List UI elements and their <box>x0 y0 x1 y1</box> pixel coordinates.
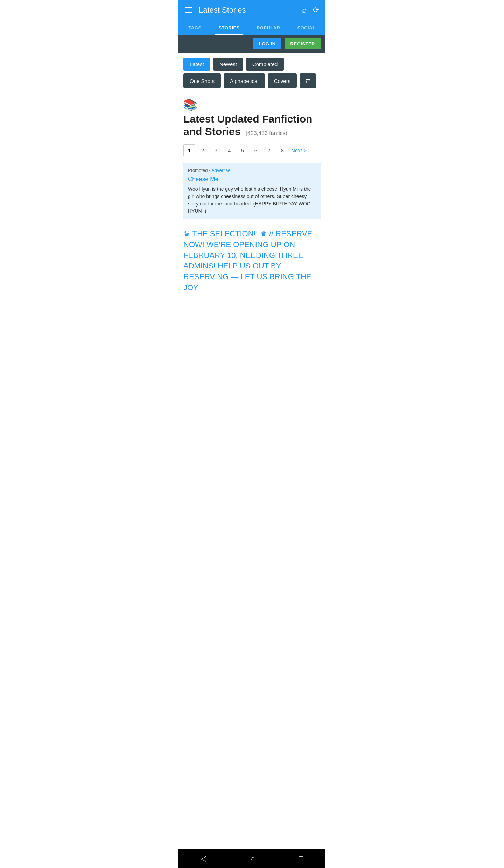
nav-tabs: TAGS STORIES POPULAR SOCIAL <box>178 20 326 35</box>
filter-alphabetical[interactable]: Alphabetical <box>224 74 265 88</box>
filter-shuffle[interactable]: ⇄ <box>300 74 316 88</box>
menu-icon[interactable] <box>185 7 192 13</box>
filter-section: Latest Newest Completed One Shots Alphab… <box>178 53 326 90</box>
login-button[interactable]: LOG IN <box>253 38 281 49</box>
heading-count: (423,433 fanfics) <box>246 130 287 136</box>
heading-title: Latest Updated Fanfiction and Stories (4… <box>183 113 321 138</box>
filter-completed[interactable]: Completed <box>246 58 284 71</box>
tab-stories[interactable]: STORIES <box>215 20 243 35</box>
page-8[interactable]: 8 <box>276 144 288 156</box>
tab-tags[interactable]: TAGS <box>185 20 205 35</box>
page-heading: 📚 Latest Updated Fanfiction and Stories … <box>178 90 326 141</box>
promoted-story-title[interactable]: Cheese Me <box>188 176 316 183</box>
header-left: Latest Stories <box>185 6 246 15</box>
auth-bar: LOG IN REGISTER <box>178 35 326 53</box>
story-link-big[interactable]: ♛ THE SELECTION!! ♛ // RESERVE NOW! WE'R… <box>178 224 326 298</box>
tab-social[interactable]: SOCIAL <box>294 20 319 35</box>
search-icon[interactable]: ⌕ <box>302 6 307 15</box>
page-1[interactable]: 1 <box>183 144 195 156</box>
page-4[interactable]: 4 <box>223 144 235 156</box>
story-link-text: ♛ THE SELECTION!! ♛ // RESERVE NOW! WE'R… <box>183 229 312 292</box>
pagination-next[interactable]: Next > <box>290 147 308 153</box>
page-5[interactable]: 5 <box>237 144 248 156</box>
page-7[interactable]: 7 <box>263 144 275 156</box>
header-right: ⌕ ⟳ <box>302 6 319 15</box>
promoted-story-desc: Woo Hyun is the guy who lost his cheese.… <box>188 186 316 215</box>
page-6[interactable]: 6 <box>250 144 262 156</box>
register-button[interactable]: REGISTER <box>285 38 321 49</box>
app-header: Latest Stories ⌕ ⟳ <box>178 0 326 20</box>
refresh-icon[interactable]: ⟳ <box>313 6 319 15</box>
filter-oneshots[interactable]: One Shots <box>183 74 221 88</box>
advertise-link[interactable]: Advertise <box>211 168 230 173</box>
promoted-card: Promoted - Advertise Cheese Me Woo Hyun … <box>183 163 321 219</box>
page-2[interactable]: 2 <box>197 144 209 156</box>
tab-popular[interactable]: POPULAR <box>253 20 284 35</box>
books-icon: 📚 <box>183 98 197 111</box>
promoted-label: Promoted - Advertise <box>188 168 316 173</box>
pagination: 1 2 3 4 5 6 7 8 Next > <box>178 141 326 161</box>
filter-latest[interactable]: Latest <box>183 58 210 71</box>
page-3[interactable]: 3 <box>210 144 222 156</box>
filter-newest[interactable]: Newest <box>213 58 243 71</box>
header-title: Latest Stories <box>199 6 246 15</box>
filter-covers[interactable]: Covers <box>268 74 297 88</box>
